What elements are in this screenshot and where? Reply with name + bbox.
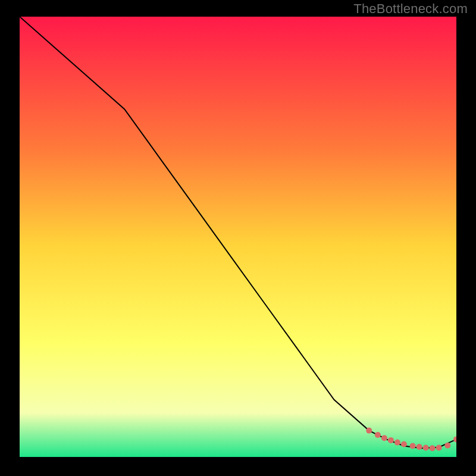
marker-dot	[410, 443, 416, 449]
marker-dot	[375, 432, 381, 438]
plot-area	[20, 17, 456, 457]
marker-dot	[436, 445, 442, 451]
plot-svg	[20, 17, 456, 457]
marker-dot	[366, 428, 372, 434]
marker-dot	[388, 437, 394, 443]
marker-dot	[430, 445, 436, 451]
marker-dot	[394, 440, 400, 446]
marker-dot	[423, 445, 429, 451]
gradient-background	[20, 17, 456, 457]
marker-dot	[381, 435, 387, 441]
watermark-text: TheBottleneck.com	[353, 1, 468, 17]
marker-dot	[401, 441, 407, 447]
marker-dot	[444, 443, 450, 449]
chart-frame: TheBottleneck.com	[0, 0, 476, 476]
marker-dot	[416, 444, 422, 450]
